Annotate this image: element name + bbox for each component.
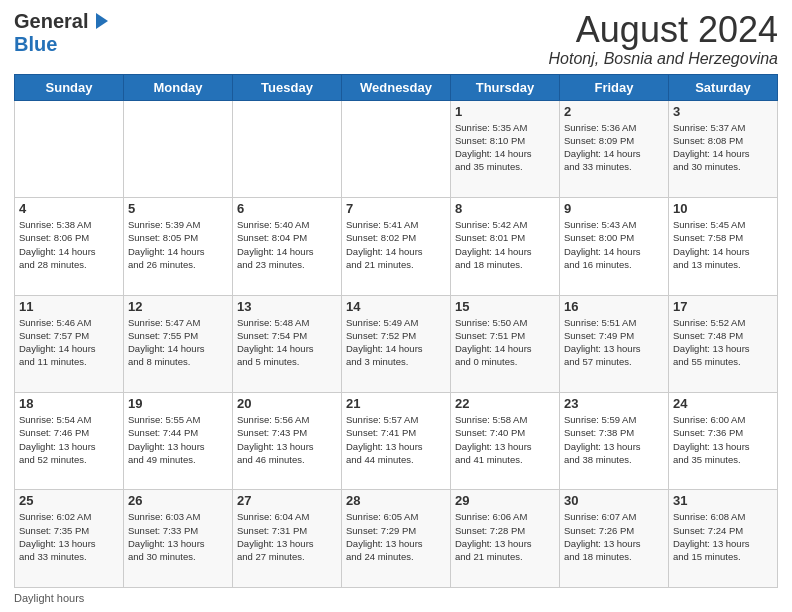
week-row-1: 1Sunrise: 5:35 AM Sunset: 8:10 PM Daylig… [15,100,778,197]
calendar-cell: 23Sunrise: 5:59 AM Sunset: 7:38 PM Dayli… [560,393,669,490]
calendar-cell: 6Sunrise: 5:40 AM Sunset: 8:04 PM Daylig… [233,198,342,295]
day-number: 21 [346,396,446,411]
day-header-saturday: Saturday [669,74,778,100]
day-info: Sunrise: 5:49 AM Sunset: 7:52 PM Dayligh… [346,316,446,369]
day-info: Sunrise: 5:58 AM Sunset: 7:40 PM Dayligh… [455,413,555,466]
day-header-sunday: Sunday [15,74,124,100]
day-info: Sunrise: 5:51 AM Sunset: 7:49 PM Dayligh… [564,316,664,369]
day-number: 2 [564,104,664,119]
day-number: 31 [673,493,773,508]
day-number: 13 [237,299,337,314]
week-row-5: 25Sunrise: 6:02 AM Sunset: 7:35 PM Dayli… [15,490,778,588]
logo-line2: Blue [14,33,57,56]
day-number: 5 [128,201,228,216]
day-info: Sunrise: 5:54 AM Sunset: 7:46 PM Dayligh… [19,413,119,466]
day-number: 1 [455,104,555,119]
day-number: 6 [237,201,337,216]
logo-triangle-icon [88,11,110,33]
daylight-label: Daylight hours [14,592,84,604]
page: General Blue August 2024 Hotonj, Bosnia … [0,0,792,612]
day-info: Sunrise: 5:48 AM Sunset: 7:54 PM Dayligh… [237,316,337,369]
calendar-cell [15,100,124,197]
logo-general: General [14,10,88,33]
day-number: 22 [455,396,555,411]
day-number: 10 [673,201,773,216]
day-number: 14 [346,299,446,314]
day-info: Sunrise: 5:42 AM Sunset: 8:01 PM Dayligh… [455,218,555,271]
calendar-cell: 24Sunrise: 6:00 AM Sunset: 7:36 PM Dayli… [669,393,778,490]
header: General Blue August 2024 Hotonj, Bosnia … [14,10,778,68]
calendar-cell: 12Sunrise: 5:47 AM Sunset: 7:55 PM Dayli… [124,295,233,392]
calendar-cell: 28Sunrise: 6:05 AM Sunset: 7:29 PM Dayli… [342,490,451,588]
day-number: 18 [19,396,119,411]
calendar-cell: 9Sunrise: 5:43 AM Sunset: 8:00 PM Daylig… [560,198,669,295]
day-info: Sunrise: 5:39 AM Sunset: 8:05 PM Dayligh… [128,218,228,271]
day-header-friday: Friday [560,74,669,100]
logo-line1: General [14,10,110,33]
day-info: Sunrise: 6:07 AM Sunset: 7:26 PM Dayligh… [564,510,664,563]
day-number: 8 [455,201,555,216]
day-number: 11 [19,299,119,314]
day-number: 23 [564,396,664,411]
calendar-cell: 19Sunrise: 5:55 AM Sunset: 7:44 PM Dayli… [124,393,233,490]
day-number: 16 [564,299,664,314]
svg-marker-0 [96,13,108,29]
calendar-cell: 18Sunrise: 5:54 AM Sunset: 7:46 PM Dayli… [15,393,124,490]
day-info: Sunrise: 5:56 AM Sunset: 7:43 PM Dayligh… [237,413,337,466]
day-info: Sunrise: 6:08 AM Sunset: 7:24 PM Dayligh… [673,510,773,563]
calendar-cell: 27Sunrise: 6:04 AM Sunset: 7:31 PM Dayli… [233,490,342,588]
day-info: Sunrise: 5:52 AM Sunset: 7:48 PM Dayligh… [673,316,773,369]
calendar-cell: 26Sunrise: 6:03 AM Sunset: 7:33 PM Dayli… [124,490,233,588]
calendar-cell: 22Sunrise: 5:58 AM Sunset: 7:40 PM Dayli… [451,393,560,490]
header-row: SundayMondayTuesdayWednesdayThursdayFrid… [15,74,778,100]
day-header-tuesday: Tuesday [233,74,342,100]
day-info: Sunrise: 5:55 AM Sunset: 7:44 PM Dayligh… [128,413,228,466]
day-number: 26 [128,493,228,508]
day-info: Sunrise: 5:50 AM Sunset: 7:51 PM Dayligh… [455,316,555,369]
location: Hotonj, Bosnia and Herzegovina [549,50,778,68]
calendar: SundayMondayTuesdayWednesdayThursdayFrid… [14,74,778,588]
calendar-cell: 20Sunrise: 5:56 AM Sunset: 7:43 PM Dayli… [233,393,342,490]
day-number: 29 [455,493,555,508]
day-number: 27 [237,493,337,508]
calendar-cell: 21Sunrise: 5:57 AM Sunset: 7:41 PM Dayli… [342,393,451,490]
day-info: Sunrise: 5:35 AM Sunset: 8:10 PM Dayligh… [455,121,555,174]
calendar-cell: 29Sunrise: 6:06 AM Sunset: 7:28 PM Dayli… [451,490,560,588]
week-row-3: 11Sunrise: 5:46 AM Sunset: 7:57 PM Dayli… [15,295,778,392]
day-info: Sunrise: 5:45 AM Sunset: 7:58 PM Dayligh… [673,218,773,271]
day-info: Sunrise: 6:02 AM Sunset: 7:35 PM Dayligh… [19,510,119,563]
day-number: 12 [128,299,228,314]
calendar-cell: 13Sunrise: 5:48 AM Sunset: 7:54 PM Dayli… [233,295,342,392]
calendar-cell: 8Sunrise: 5:42 AM Sunset: 8:01 PM Daylig… [451,198,560,295]
day-info: Sunrise: 6:05 AM Sunset: 7:29 PM Dayligh… [346,510,446,563]
day-number: 7 [346,201,446,216]
day-info: Sunrise: 5:46 AM Sunset: 7:57 PM Dayligh… [19,316,119,369]
day-info: Sunrise: 5:57 AM Sunset: 7:41 PM Dayligh… [346,413,446,466]
day-number: 15 [455,299,555,314]
logo: General Blue [14,10,110,56]
calendar-cell: 4Sunrise: 5:38 AM Sunset: 8:06 PM Daylig… [15,198,124,295]
footer: Daylight hours [14,592,778,604]
calendar-cell: 30Sunrise: 6:07 AM Sunset: 7:26 PM Dayli… [560,490,669,588]
day-info: Sunrise: 5:36 AM Sunset: 8:09 PM Dayligh… [564,121,664,174]
calendar-cell [233,100,342,197]
day-header-wednesday: Wednesday [342,74,451,100]
calendar-cell: 3Sunrise: 5:37 AM Sunset: 8:08 PM Daylig… [669,100,778,197]
calendar-cell: 25Sunrise: 6:02 AM Sunset: 7:35 PM Dayli… [15,490,124,588]
calendar-cell: 15Sunrise: 5:50 AM Sunset: 7:51 PM Dayli… [451,295,560,392]
calendar-cell [124,100,233,197]
calendar-cell: 31Sunrise: 6:08 AM Sunset: 7:24 PM Dayli… [669,490,778,588]
day-number: 4 [19,201,119,216]
calendar-cell: 2Sunrise: 5:36 AM Sunset: 8:09 PM Daylig… [560,100,669,197]
day-info: Sunrise: 5:40 AM Sunset: 8:04 PM Dayligh… [237,218,337,271]
day-info: Sunrise: 5:37 AM Sunset: 8:08 PM Dayligh… [673,121,773,174]
calendar-cell: 5Sunrise: 5:39 AM Sunset: 8:05 PM Daylig… [124,198,233,295]
day-info: Sunrise: 5:43 AM Sunset: 8:00 PM Dayligh… [564,218,664,271]
day-number: 9 [564,201,664,216]
title-area: August 2024 Hotonj, Bosnia and Herzegovi… [549,10,778,68]
week-row-4: 18Sunrise: 5:54 AM Sunset: 7:46 PM Dayli… [15,393,778,490]
day-number: 20 [237,396,337,411]
day-number: 30 [564,493,664,508]
day-info: Sunrise: 6:03 AM Sunset: 7:33 PM Dayligh… [128,510,228,563]
day-number: 17 [673,299,773,314]
